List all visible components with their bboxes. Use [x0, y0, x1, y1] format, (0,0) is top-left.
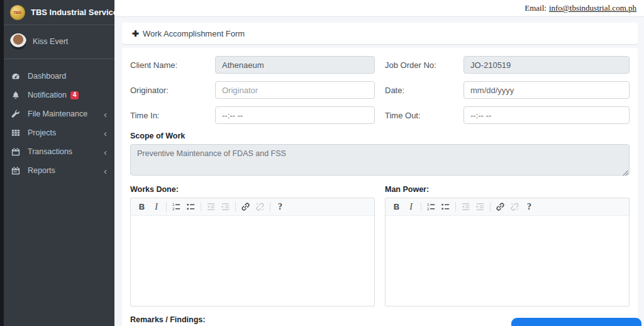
bold-button[interactable]: B — [389, 200, 404, 214]
bottom-widget-button[interactable] — [511, 318, 641, 326]
email-label: Email: — [525, 3, 547, 13]
time-out-input[interactable] — [464, 106, 630, 124]
calendar-icon — [11, 147, 24, 156]
job-order-label: Job Order No: — [385, 60, 464, 70]
company-logo-icon: TBS — [10, 5, 25, 20]
toolbar-separator — [490, 202, 491, 211]
link-button[interactable] — [238, 200, 253, 214]
sidebar-item-label: Transactions — [28, 147, 72, 156]
toolbar-separator — [166, 202, 167, 211]
originator-label: Originator: — [130, 86, 215, 95]
calendar-check-icon — [11, 166, 24, 175]
toolbar-separator — [201, 202, 201, 211]
originator-field-row: Originator: — [130, 81, 375, 99]
brand-header[interactable]: TBS TBS Industrial Services — [4, 0, 114, 25]
man-power-label: Man Power: — [385, 185, 630, 194]
chevron-left-icon: ‹ — [104, 110, 107, 119]
date-field-row: Date: — [385, 81, 630, 99]
sidebar-item-transactions[interactable]: Transactions ‹ — [4, 142, 114, 161]
sidebar-item-notification[interactable]: Notification 4 — [4, 86, 114, 104]
toolbar-separator — [270, 202, 270, 211]
sidebar-item-label: Dashboard — [28, 72, 66, 81]
works-done-section: Works Done: B I 12 — [130, 177, 375, 306]
man-power-section: Man Power: B I 12 — [385, 177, 630, 306]
client-name-input — [215, 56, 375, 74]
toolbar-separator — [421, 202, 421, 211]
sidebar-item-dashboard[interactable]: Dashboard — [4, 67, 114, 86]
sidebar-nav: Dashboard Notification 4 File Maintenanc… — [4, 59, 114, 188]
brand-title: TBS Industrial Services — [31, 8, 122, 17]
man-power-editor-area[interactable] — [386, 216, 629, 306]
scope-of-work-wrap: Preventive Maintenance of FDAS and FSS — [130, 144, 630, 177]
sidebar-item-label: Notification — [28, 91, 67, 99]
client-name-field-row: Client Name: — [130, 56, 375, 74]
scope-of-work-label: Scope of Work — [130, 132, 630, 140]
client-name-label: Client Name: — [130, 60, 215, 70]
unordered-list-button[interactable] — [438, 200, 453, 214]
form-body-card: Client Name: Job Order No: Originator: D… — [122, 48, 638, 326]
date-label: Date: — [385, 86, 464, 95]
originator-input[interactable] — [215, 81, 375, 99]
unlink-button[interactable] — [253, 200, 267, 214]
link-button[interactable] — [493, 200, 508, 214]
sidebar-item-reports[interactable]: Reports ‹ — [4, 161, 114, 180]
chevron-left-icon: ‹ — [104, 128, 107, 138]
svg-text:2: 2 — [172, 206, 175, 211]
indent-button[interactable] — [218, 200, 233, 214]
works-done-toolbar: B I 12 — [131, 198, 374, 216]
tachometer-icon — [11, 72, 24, 81]
sidebar-item-file-maintenance[interactable]: File Maintenance ‹ — [4, 104, 114, 123]
italic-button[interactable]: I — [404, 200, 418, 214]
works-done-editor-area[interactable] — [131, 216, 374, 306]
notification-count-badge: 4 — [70, 91, 79, 99]
outdent-button[interactable] — [204, 200, 218, 214]
help-button[interactable]: ? — [273, 200, 287, 214]
svg-text:2: 2 — [427, 206, 430, 211]
sidebar: TBS TBS Industrial Services Kiss Evert D… — [4, 0, 114, 326]
time-in-field-row: Time In: — [130, 106, 375, 124]
user-panel[interactable]: Kiss Evert — [4, 25, 114, 59]
time-out-label: Time Out: — [385, 111, 464, 120]
unordered-list-button[interactable] — [184, 200, 198, 214]
date-input[interactable] — [464, 81, 630, 99]
time-in-input[interactable] — [215, 106, 375, 124]
email-link[interactable]: info@tbsindustrial.com.ph — [549, 3, 636, 13]
editors-grid: Works Done: B I 12 — [130, 177, 630, 306]
scope-of-work-textarea: Preventive Maintenance of FDAS and FSS — [130, 144, 630, 176]
form-fields-grid: Client Name: Job Order No: Originator: D… — [130, 56, 630, 124]
chevron-left-icon: ‹ — [104, 166, 107, 176]
form-header-card[interactable]: ✚ Work Accomplishment Form — [122, 23, 638, 44]
indent-button[interactable] — [473, 200, 487, 214]
toolbar-separator — [235, 202, 236, 211]
bold-button[interactable]: B — [135, 200, 149, 214]
bell-icon — [11, 91, 24, 99]
ordered-list-button[interactable]: 12 — [169, 200, 184, 214]
chevron-left-icon: ‹ — [104, 147, 107, 157]
job-order-input — [464, 56, 630, 74]
job-order-field-row: Job Order No: — [385, 56, 630, 74]
page-title: Work Accomplishment Form — [143, 29, 245, 38]
time-out-field-row: Time Out: — [385, 106, 630, 124]
grid-icon — [11, 128, 24, 137]
outdent-button[interactable] — [458, 200, 473, 214]
works-done-label: Works Done: — [130, 185, 375, 194]
user-name: Kiss Evert — [33, 37, 68, 46]
man-power-editor: B I 12 — [385, 198, 630, 306]
sidebar-item-projects[interactable]: Projects ‹ — [4, 123, 114, 142]
resize-grip-icon — [623, 170, 628, 176]
time-in-label: Time In: — [130, 111, 215, 120]
italic-button[interactable]: I — [149, 200, 164, 214]
sidebar-item-label: Reports — [28, 166, 55, 175]
ordered-list-button[interactable]: 12 — [424, 200, 438, 214]
man-power-toolbar: B I 12 — [386, 198, 629, 216]
toolbar-separator — [455, 202, 456, 211]
topbar: Email: info@tbsindustrial.com.ph — [114, 0, 644, 17]
unlink-button[interactable] — [508, 200, 522, 214]
help-button[interactable]: ? — [522, 200, 536, 214]
plus-icon: ✚ — [132, 29, 139, 38]
works-done-editor: B I 12 — [130, 198, 375, 306]
sidebar-item-label: File Maintenance — [28, 110, 87, 118]
sidebar-item-label: Projects — [28, 128, 56, 137]
user-avatar — [10, 33, 26, 50]
wrench-icon — [11, 110, 24, 118]
